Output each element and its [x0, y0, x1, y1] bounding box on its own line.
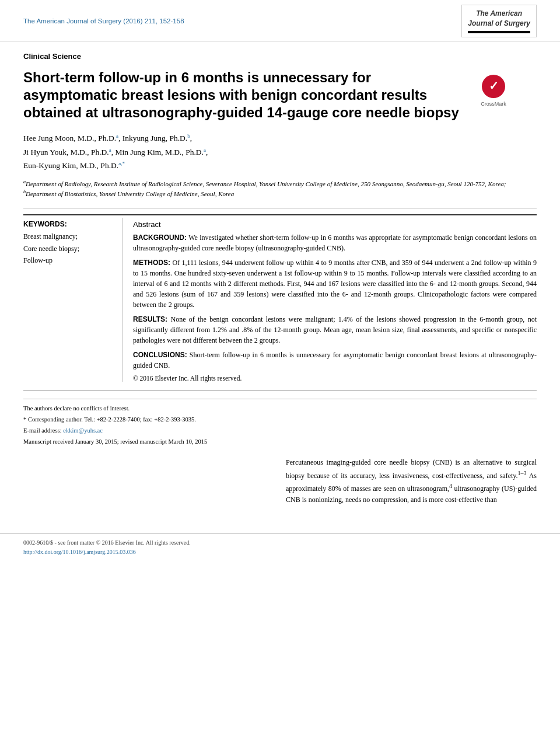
conclusions-head: CONCLUSIONS:: [133, 351, 187, 359]
keyword-1: Breast malignancy;: [23, 231, 113, 242]
results-head: RESULTS:: [133, 315, 167, 323]
affiliations: aDepartment of Radiology, Research Insti…: [23, 179, 537, 198]
footnote-manuscript: Manuscript received January 30, 2015; re…: [23, 437, 537, 447]
authors-block: Hee Jung Moon, M.D., Ph.D.a, Inkyung Jun…: [23, 132, 537, 173]
body-paragraph-1: Percutaneous imaging-guided core needle …: [286, 457, 537, 506]
copyright: © 2016 Elsevier Inc. All rights reserved…: [133, 375, 537, 382]
abstract-col: Abstract BACKGROUND: We investigated whe…: [123, 218, 537, 382]
divider-thick: [23, 214, 537, 215]
author-youk: Ji Hyun Youk, M.D., Ph.D.a, Min Jung Kim…: [23, 148, 208, 156]
abstract-methods: METHODS: Of 1,111 lesions, 944 underwent…: [133, 257, 537, 310]
keywords-list: Breast malignancy; Core needle biopsy; F…: [23, 231, 113, 266]
divider-top: [23, 208, 537, 208]
page-footer: 0002-9610/$ - see front matter © 2016 El…: [0, 534, 560, 557]
abstract-title: Abstract: [133, 220, 537, 229]
body-text: Percutaneous imaging-guided core needle …: [286, 457, 537, 506]
footer-doi: http://dx.doi.org/10.1016/j.amjsurg.2015…: [23, 548, 537, 557]
divider-mid: [23, 390, 537, 391]
author-moon: Hee Jung Moon, M.D., Ph.D.a, Inkyung Jun…: [23, 134, 192, 142]
section-label: Clinical Science: [23, 52, 537, 61]
keyword-2: Core needle biopsy;: [23, 243, 113, 255]
footer-doi-link[interactable]: http://dx.doi.org/10.1016/j.amjsurg.2015…: [23, 549, 136, 555]
email-link[interactable]: ekkim@yuhs.ac: [63, 427, 103, 434]
journal-logo: The American Journal of Surgery: [461, 5, 537, 37]
title-row: Short-term follow-up in 6 months is unne…: [23, 69, 537, 132]
journal-citation: The American Journal of Surgery (2016) 2…: [23, 18, 184, 25]
page-header: The American Journal of Surgery (2016) 2…: [0, 0, 560, 41]
crossmark-badge: ✓ CrossMark: [476, 74, 511, 107]
abstract-results: RESULTS: None of the benign concordant l…: [133, 314, 537, 346]
journal-logo-line2: Journal of Surgery: [468, 19, 530, 29]
keywords-abstract-section: KEYWORDS: Breast malignancy; Core needle…: [23, 218, 537, 382]
journal-logo-lines: [468, 31, 530, 33]
keyword-3: Follow-up: [23, 255, 113, 266]
journal-logo-line1: The American: [468, 9, 530, 19]
keywords-col: KEYWORDS: Breast malignancy; Core needle…: [23, 218, 123, 382]
keywords-label: KEYWORDS:: [23, 220, 113, 228]
email-label: E-mail address:: [23, 427, 63, 434]
conclusions-text: Short-term follow-up in 6 months is unne…: [133, 351, 537, 369]
article-title: Short-term follow-up in 6 months is unne…: [23, 69, 467, 121]
methods-text: Of 1,111 lesions, 944 underwent follow-u…: [133, 259, 537, 309]
crossmark-label: CrossMark: [481, 101, 506, 107]
body-right-col: Percutaneous imaging-guided core needle …: [286, 457, 537, 510]
body-text-1: Percutaneous imaging-guided core needle …: [286, 458, 537, 479]
footnote-email: E-mail address: ekkim@yuhs.ac: [23, 426, 537, 436]
footnote-corresponding: * Corresponding author. Tel.: +82-2-2228…: [23, 415, 537, 425]
body-superscript-1: 1–3: [518, 470, 527, 476]
abstract-conclusions: CONCLUSIONS: Short-term follow-up in 6 m…: [133, 350, 537, 371]
abstract-background: BACKGROUND: We investigated whether shor…: [133, 232, 537, 253]
body-section: Percutaneous imaging-guided core needle …: [23, 457, 537, 510]
main-content: Clinical Science Short-term follow-up in…: [0, 41, 560, 522]
svg-text:✓: ✓: [489, 79, 499, 92]
author-kim: Eun-Kyung Kim, M.D., Ph.D.a,*: [23, 161, 125, 170]
footnotes-section: The authors declare no conflicts of inte…: [23, 399, 537, 447]
methods-head: METHODS:: [133, 259, 170, 267]
background-head: BACKGROUND:: [133, 233, 187, 242]
background-text: We investigated whether short-term follo…: [133, 233, 537, 252]
crossmark-icon: ✓: [481, 74, 506, 99]
body-left-col: [23, 457, 274, 510]
footnote-conflict: The authors declare no conflicts of inte…: [23, 404, 537, 414]
results-text: None of the benign concordant lesions we…: [133, 315, 537, 344]
footer-issn: 0002-9610/$ - see front matter © 2016 El…: [23, 538, 537, 548]
